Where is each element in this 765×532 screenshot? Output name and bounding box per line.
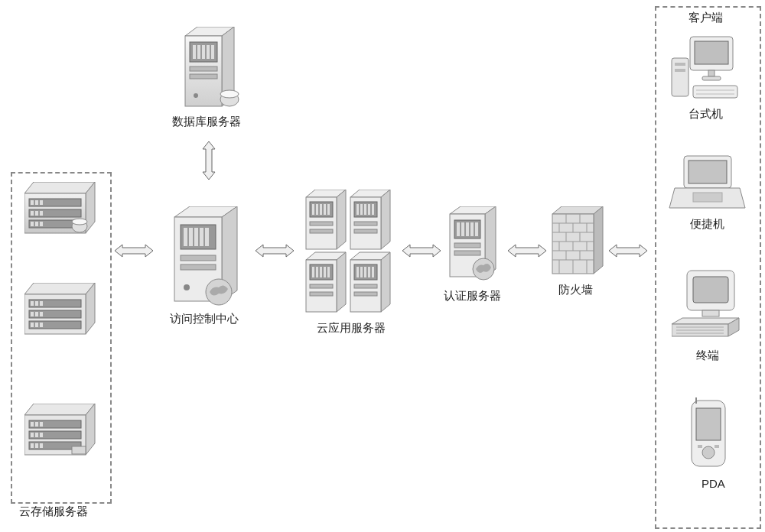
arrows-layer [0,0,765,532]
